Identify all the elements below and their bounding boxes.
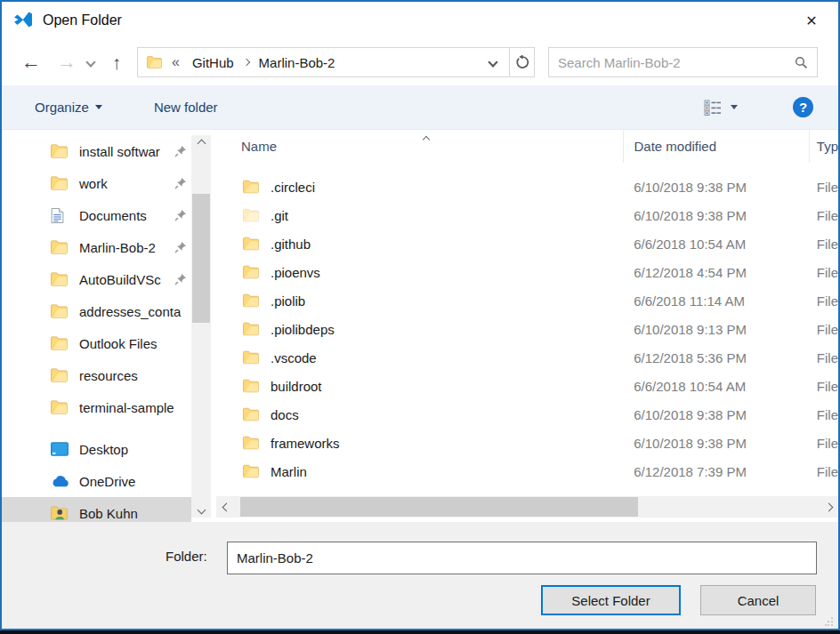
table-row-vscode[interactable]: .vscode6/12/2018 5:36 PMFile — [216, 343, 838, 372]
folder-icon — [243, 437, 259, 450]
refresh-icon — [515, 55, 529, 69]
search-input[interactable] — [558, 55, 795, 70]
scroll-down-button[interactable] — [191, 502, 211, 518]
folder-icon — [243, 323, 259, 336]
vertical-scrollbar[interactable] — [191, 135, 211, 518]
scroll-left-button[interactable] — [218, 496, 234, 518]
file-list-pane: Name Date modified Typ .circleci6/10/201… — [216, 130, 838, 522]
breadcrumb-separator-icon[interactable] — [242, 59, 249, 66]
folder-icon — [51, 239, 70, 255]
sidebar-item-label: Bob Kuhn — [79, 506, 188, 521]
vscode-icon — [12, 10, 34, 31]
search-box[interactable] — [548, 47, 818, 77]
search-icon[interactable] — [795, 56, 808, 69]
organize-dropdown-icon — [95, 105, 102, 109]
sidebar-item-onedrive[interactable]: OneDrive — [2, 465, 191, 497]
file-name: buildroot — [271, 379, 322, 394]
select-folder-button[interactable]: Select Folder — [541, 585, 681, 615]
address-dropdown-chevron-icon[interactable] — [488, 57, 497, 67]
file-date-modified: 6/10/2018 9:38 PM — [623, 208, 810, 223]
cancel-button[interactable]: Cancel — [700, 585, 816, 615]
sidebar-item-label: addresses_conta — [79, 304, 188, 319]
breadcrumb-overflow-indicator[interactable]: « — [172, 54, 180, 70]
address-bar[interactable]: « GitHub Marlin-Bob-2 — [137, 47, 510, 77]
file-name: frameworks — [271, 436, 340, 451]
file-type: File — [810, 237, 838, 252]
file-type: File — [810, 322, 838, 337]
sidebar-item-resources[interactable]: resources — [2, 359, 191, 391]
sidebar-item-label: AutoBuildVSc — [79, 272, 174, 287]
file-type: File — [810, 208, 838, 223]
table-row-buildroot[interactable]: buildroot6/6/2018 10:54 AMFile — [216, 372, 838, 400]
sidebar-item-documents[interactable]: Documents — [2, 199, 191, 231]
table-row-git[interactable]: .git6/10/2018 9:38 PMFile — [216, 201, 838, 229]
file-date-modified: 6/12/2018 5:36 PM — [623, 350, 810, 365]
up-icon[interactable]: ↑ — [105, 53, 128, 72]
sidebar-item-label: install softwar — [79, 144, 174, 159]
close-icon[interactable]: ✕ — [796, 6, 828, 35]
column-header-type[interactable]: Typ — [809, 130, 838, 163]
sidebar-item-label: Marlin-Bob-2 — [79, 240, 174, 255]
file-name: .github — [271, 237, 311, 252]
forward-icon: → — [55, 52, 78, 72]
sidebar-item-label: work — [79, 176, 174, 191]
folder-icon — [243, 294, 259, 308]
scroll-right-button[interactable] — [820, 496, 836, 518]
window-title: Open Folder — [43, 12, 122, 28]
refresh-button[interactable] — [509, 47, 535, 77]
file-type: File — [810, 350, 838, 365]
table-row-circleci[interactable]: .circleci6/10/2018 9:38 PMFile — [216, 173, 838, 201]
organize-button[interactable]: Organize — [35, 100, 102, 115]
folder-icon — [243, 209, 259, 222]
change-view-button[interactable] — [704, 100, 738, 116]
file-date-modified: 6/10/2018 9:38 PM — [623, 180, 810, 195]
sidebar-item-install-softwar[interactable]: install softwar — [2, 135, 191, 167]
folder-icon — [243, 181, 259, 194]
column-header-date-modified[interactable]: Date modified — [623, 130, 809, 163]
file-date-modified: 6/10/2018 9:38 PM — [623, 407, 810, 422]
file-type: File — [810, 180, 838, 195]
resize-grip[interactable] — [825, 617, 834, 626]
file-date-modified: 6/6/2018 10:54 AM — [623, 237, 810, 252]
sidebar-item-autobuildvsc[interactable]: AutoBuildVSc — [2, 263, 191, 295]
table-row-docs[interactable]: docs6/10/2018 9:38 PMFile — [216, 400, 838, 429]
folder-icon — [243, 266, 259, 279]
file-date-modified: 6/12/2018 4:54 PM — [623, 265, 810, 280]
sidebar-item-addresses-conta[interactable]: addresses_conta — [2, 295, 191, 327]
sidebar: install softwarworkDocumentsMarlin-Bob-2… — [2, 130, 191, 522]
table-row-pioenvs[interactable]: .pioenvs6/12/2018 4:54 PMFile — [216, 258, 838, 286]
sidebar-item-marlin-bob-2[interactable]: Marlin-Bob-2 — [2, 231, 191, 263]
breadcrumb-item-github[interactable]: GitHub — [185, 55, 241, 70]
recent-locations-chevron-icon[interactable] — [85, 57, 95, 67]
document-icon — [51, 207, 70, 223]
sidebar-item-bob-kuhn[interactable]: Bob Kuhn — [2, 497, 191, 522]
sidebar-item-work[interactable]: work — [2, 167, 191, 199]
table-row-marlin[interactable]: Marlin6/12/2018 7:39 PMFile — [216, 457, 838, 486]
main-content: install softwarworkDocumentsMarlin-Bob-2… — [2, 130, 838, 522]
vertical-scroll-thumb[interactable] — [192, 194, 210, 323]
breadcrumb-item-marlin-bob-2[interactable]: Marlin-Bob-2 — [252, 55, 343, 70]
table-row-frameworks[interactable]: frameworks6/10/2018 9:38 PMFile — [216, 429, 838, 457]
column-header-name[interactable]: Name — [216, 130, 623, 163]
table-row-piolibdeps[interactable]: .piolibdeps6/10/2018 9:13 PMFile — [216, 315, 838, 343]
folder-name-input[interactable] — [227, 542, 817, 574]
pin-icon — [174, 241, 188, 254]
horizontal-scrollbar[interactable] — [216, 496, 838, 518]
folder-icon — [243, 351, 259, 365]
sidebar-item-outlook-files[interactable]: Outlook Files — [2, 327, 191, 359]
new-folder-button[interactable]: New folder — [154, 100, 218, 115]
table-row-piolib[interactable]: .piolib6/6/2018 11:14 AMFile — [216, 286, 838, 315]
scroll-up-button[interactable] — [191, 135, 211, 151]
folder-icon — [243, 237, 259, 251]
horizontal-scroll-thumb[interactable] — [240, 497, 638, 517]
file-name: .piolib — [271, 293, 305, 309]
chevron-down-icon — [197, 505, 206, 514]
folder-icon — [51, 143, 70, 159]
back-icon[interactable]: ← — [20, 52, 43, 72]
sidebar-item-terminal-sample[interactable]: terminal-sample — [2, 391, 191, 423]
sidebar-item-desktop[interactable]: Desktop — [2, 433, 191, 465]
command-toolbar: Organize New folder — [2, 85, 838, 130]
table-row-github[interactable]: .github6/6/2018 10:54 AMFile — [216, 229, 838, 258]
help-button[interactable]: ? — [793, 97, 813, 117]
folder-icon — [51, 335, 70, 351]
